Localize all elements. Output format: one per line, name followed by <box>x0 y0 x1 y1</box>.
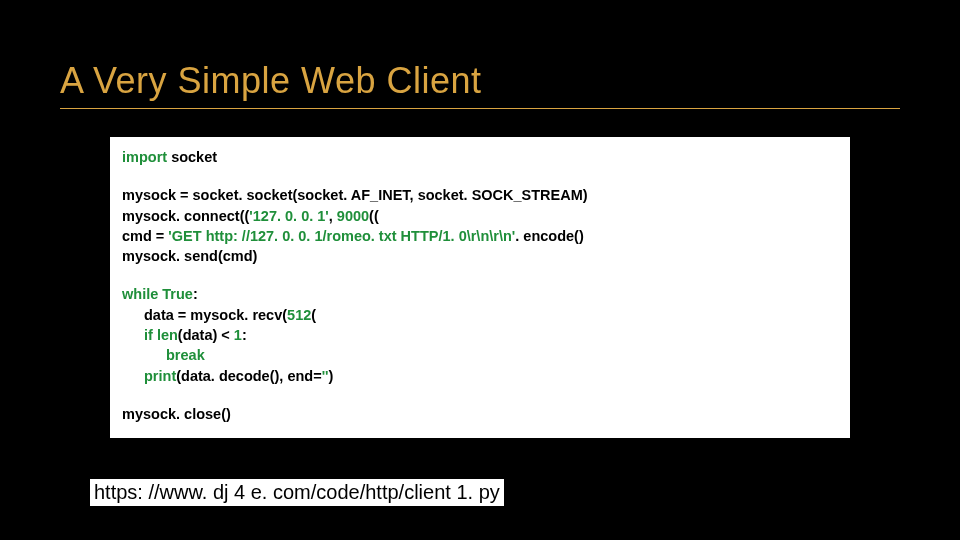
code-line: while True: <box>122 284 838 304</box>
keyword-if: if <box>144 327 157 343</box>
code-line: mysock. close() <box>122 404 838 424</box>
blank-line <box>122 167 838 185</box>
code-line: print(data. decode(), end='') <box>122 366 838 386</box>
builtin-len: len <box>157 327 178 343</box>
string-literal: 'GET http: //127. 0. 0. 1/romeo. txt HTT… <box>168 228 515 244</box>
code-text: socket <box>167 149 217 165</box>
string-literal: '' <box>322 368 329 384</box>
code-line: data = mysock. recv(512( <box>122 305 838 325</box>
code-text: ( <box>311 307 316 323</box>
code-text: mysock = socket. socket(socket. AF_INET,… <box>122 187 588 203</box>
keyword-import: import <box>122 149 167 165</box>
code-text: (data. decode(), end= <box>176 368 321 384</box>
code-text: : <box>193 286 198 302</box>
blank-line <box>122 266 838 284</box>
code-text: data = mysock. recv( <box>144 307 287 323</box>
slide: A Very Simple Web Client import socket m… <box>0 0 960 540</box>
code-line: mysock. connect(('127. 0. 0. 1', 9000(( <box>122 206 838 226</box>
builtin-print: print <box>144 368 176 384</box>
number-literal: 512 <box>287 307 311 323</box>
code-text: cmd = <box>122 228 168 244</box>
code-text: mysock. send(cmd) <box>122 248 257 264</box>
code-text: : <box>242 327 247 343</box>
code-line: break <box>122 345 838 365</box>
string-literal: '127. 0. 0. 1' <box>249 208 328 224</box>
code-text: mysock. connect(( <box>122 208 249 224</box>
code-text: mysock. close() <box>122 406 231 422</box>
code-box: import socket mysock = socket. socket(so… <box>110 137 850 438</box>
code-line: mysock = socket. socket(socket. AF_INET,… <box>122 185 838 205</box>
number-literal: 1 <box>234 327 242 343</box>
number-literal: 9000 <box>337 208 369 224</box>
slide-title: A Very Simple Web Client <box>60 60 900 109</box>
code-text: ) <box>329 368 334 384</box>
code-line: cmd = 'GET http: //127. 0. 0. 1/romeo. t… <box>122 226 838 246</box>
source-url: https: //www. dj 4 e. com/code/http/clie… <box>90 479 504 506</box>
code-text: (data) < <box>178 327 234 343</box>
code-text: (( <box>369 208 379 224</box>
keyword-true: True <box>162 286 193 302</box>
code-line: mysock. send(cmd) <box>122 246 838 266</box>
keyword-while: while <box>122 286 162 302</box>
code-line: import socket <box>122 147 838 167</box>
code-text: , <box>329 208 337 224</box>
keyword-break: break <box>166 347 205 363</box>
blank-line <box>122 386 838 404</box>
code-text: . encode() <box>515 228 583 244</box>
code-line: if len(data) < 1: <box>122 325 838 345</box>
